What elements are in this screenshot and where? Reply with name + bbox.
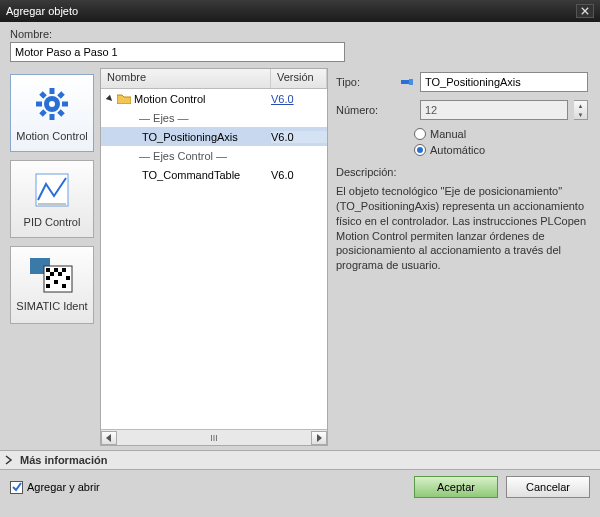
chevron-right-icon: [4, 455, 14, 465]
dialog-body: Nombre: Motion Control PID Control: [0, 22, 600, 450]
svg-rect-6: [54, 268, 58, 272]
tree-item-positioning-axis[interactable]: TO_PositioningAxis V6.0: [101, 127, 327, 146]
more-info-toggle[interactable]: Más información: [0, 450, 600, 470]
properties-panel: Tipo: Número: ▲▼ Manual Automático Descr…: [334, 68, 590, 446]
category-label: SIMATIC Ident: [16, 300, 87, 312]
number-label: Número:: [336, 104, 394, 116]
radio-auto[interactable]: Automático: [414, 144, 588, 156]
tree-rows: Motion Control V6.0 — Ejes — TO_Position…: [101, 89, 327, 429]
tree-root-version[interactable]: V6.0: [271, 93, 327, 105]
category-label: PID Control: [24, 216, 81, 228]
tree-root[interactable]: Motion Control V6.0: [101, 89, 327, 108]
dialog-footer: Agregar y abrir Aceptar Cancelar: [0, 470, 600, 504]
chart-icon: [32, 170, 72, 212]
svg-rect-9: [58, 272, 62, 276]
scroll-right-button[interactable]: [311, 431, 327, 445]
checkbox-icon: [10, 481, 23, 494]
name-input[interactable]: [10, 42, 345, 62]
item-version: V6.0: [271, 169, 327, 181]
category-label: Motion Control: [16, 130, 88, 142]
radio-manual[interactable]: Manual: [414, 128, 588, 140]
group-label: — Ejes Control —: [105, 150, 271, 162]
svg-rect-2: [36, 174, 68, 206]
axis-type-icon: [400, 75, 414, 89]
scroll-track[interactable]: III: [117, 431, 311, 445]
button-row: Aceptar Cancelar: [414, 476, 590, 498]
radio-label: Manual: [430, 128, 466, 140]
tree-header: Nombre Versión: [101, 69, 327, 89]
svg-rect-5: [46, 268, 50, 272]
type-input[interactable]: [420, 72, 588, 92]
cancel-button[interactable]: Cancelar: [506, 476, 590, 498]
svg-rect-20: [409, 79, 413, 85]
close-button[interactable]: [576, 4, 594, 18]
description-text: El objeto tecnológico "Eje de posicionam…: [336, 184, 588, 273]
horizontal-scrollbar[interactable]: III: [101, 429, 327, 445]
item-label: TO_CommandTable: [142, 169, 271, 181]
tree-root-label: Motion Control: [134, 93, 271, 105]
datamatrix-icon: [30, 258, 74, 296]
title-bar: Agregar objeto: [0, 0, 600, 22]
type-label: Tipo:: [336, 76, 394, 88]
checkbox-label: Agregar y abrir: [27, 481, 100, 493]
number-input: [420, 100, 568, 120]
ok-button[interactable]: Aceptar: [414, 476, 498, 498]
name-label: Nombre:: [10, 28, 590, 40]
main-area: Motion Control PID Control SIMATIC Ident…: [10, 68, 590, 446]
open-after-checkbox[interactable]: Agregar y abrir: [10, 481, 100, 494]
spinner-up-icon: ▲: [574, 101, 587, 110]
tree-item-command-table[interactable]: TO_CommandTable V6.0: [101, 165, 327, 184]
close-icon: [581, 7, 589, 15]
number-spinner: ▲▼: [574, 100, 588, 120]
folder-icon: [117, 93, 131, 104]
svg-rect-11: [66, 276, 70, 280]
svg-point-1: [49, 101, 55, 107]
group-label: — Ejes —: [105, 112, 271, 124]
dialog-title: Agregar objeto: [6, 5, 78, 17]
more-info-label: Más información: [20, 454, 107, 466]
radio-icon: [414, 128, 426, 140]
item-label: TO_PositioningAxis: [142, 131, 271, 143]
category-motion-control[interactable]: Motion Control: [10, 74, 94, 152]
svg-rect-10: [46, 276, 50, 280]
tree-group: — Ejes Control —: [101, 146, 327, 165]
description-heading: Descripción:: [336, 166, 588, 178]
name-field: Nombre:: [10, 28, 590, 62]
category-simatic-ident[interactable]: SIMATIC Ident: [10, 246, 94, 324]
type-row: Tipo:: [336, 72, 588, 92]
axis-icon: [105, 132, 139, 142]
scroll-left-button[interactable]: [101, 431, 117, 445]
gear-icon: [32, 84, 72, 126]
col-version[interactable]: Versión: [271, 69, 327, 88]
svg-rect-13: [46, 284, 50, 288]
object-tree: Nombre Versión Motion Control V6.0 — Eje…: [100, 68, 328, 446]
svg-rect-8: [50, 272, 54, 276]
svg-rect-12: [54, 280, 58, 284]
collapse-icon[interactable]: [105, 94, 115, 104]
radio-icon: [414, 144, 426, 156]
number-row: Número: ▲▼: [336, 100, 588, 120]
category-list: Motion Control PID Control SIMATIC Ident: [10, 68, 94, 446]
svg-rect-14: [62, 284, 66, 288]
item-version: V6.0: [271, 131, 327, 143]
spinner-down-icon: ▼: [574, 110, 587, 119]
radio-label: Automático: [430, 144, 485, 156]
svg-rect-19: [401, 80, 409, 84]
axis-icon: [105, 170, 139, 180]
tree-group: — Ejes —: [101, 108, 327, 127]
svg-rect-7: [62, 268, 66, 272]
category-pid-control[interactable]: PID Control: [10, 160, 94, 238]
col-name[interactable]: Nombre: [101, 69, 271, 88]
